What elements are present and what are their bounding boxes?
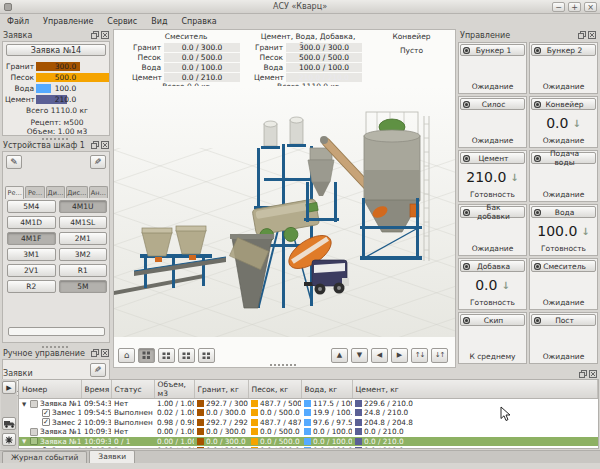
additive-tank-button[interactable]: Бак добавки	[460, 206, 525, 218]
tab-orders[interactable]: Заявки	[89, 450, 135, 463]
water-button[interactable]: Вода	[531, 206, 596, 218]
order-volume: Объем: 1.00 м3	[3, 127, 111, 136]
plant-3d-scene[interactable]	[114, 86, 455, 337]
tab-event-log[interactable]: Журнал событий	[2, 451, 87, 463]
orders-panel-title: Заявки	[3, 369, 33, 378]
order-header-button[interactable]: Заявка №14	[6, 44, 106, 56]
down-arrow-icon: ↓	[501, 280, 509, 291]
card-water-supply: Подача воды Ожидание	[529, 150, 598, 202]
bunker-2-button[interactable]: Бункер 2	[531, 44, 596, 56]
menu-service[interactable]: Сервис	[100, 15, 144, 29]
water-supply-button[interactable]: Подача воды	[531, 152, 596, 164]
home-view-button[interactable]: ⌂	[118, 348, 135, 363]
zoom-out-button[interactable]: ↓↑	[431, 348, 448, 363]
float-icon[interactable]	[579, 370, 587, 378]
device-button-3M1[interactable]: 3M1	[7, 248, 56, 261]
device-button-R2[interactable]: R2	[7, 280, 56, 293]
table-row-selected[interactable]: ▼Заявка №14 10:09:33 0 / 1 0.00 / 1.00 0…	[19, 437, 598, 447]
conveyor-button[interactable]: Конвейер	[531, 98, 596, 110]
card-conveyor: Конвейер 0.0↓ Ожидание	[529, 96, 598, 148]
layout-1-button[interactable]	[138, 348, 155, 363]
post-button[interactable]: Пост	[531, 314, 596, 326]
devices-tab-0[interactable]: Ре…	[5, 186, 24, 199]
table-row[interactable]: Заявка №13 10:09:33 Нет 0.00 / 1.00 0.0 …	[19, 427, 598, 437]
mixer-button[interactable]: Смеситель	[531, 260, 596, 272]
gear-icon	[534, 47, 541, 54]
camera-left-button[interactable]: ◀	[371, 348, 388, 363]
layout-4-button[interactable]	[198, 348, 215, 363]
edit-mode-button[interactable]: ✎	[6, 155, 22, 169]
menu-help[interactable]: Справка	[174, 15, 223, 29]
bunker-1-button[interactable]: Бункер 1	[460, 44, 525, 56]
table-row[interactable]: ↻Замес 1 10:13:33 Выполняется 0.00 / 1.0…	[19, 446, 598, 449]
col-volume[interactable]: Объем, м3	[154, 380, 194, 399]
cement-button[interactable]: Цемент	[460, 152, 525, 164]
sand-chip	[251, 419, 258, 426]
col-water[interactable]: Вода, кг	[301, 380, 352, 399]
menu-bar: Файл Управление Сервис Вид Справка	[0, 15, 600, 29]
card-additive-tank: Бак добавки Ожидание	[458, 204, 527, 256]
truck-button[interactable]	[2, 417, 16, 430]
device-button-R1[interactable]: R1	[59, 264, 108, 277]
col-number[interactable]: Номер	[19, 380, 81, 399]
status-label: Ожидание	[530, 352, 597, 361]
sand-chip	[251, 409, 258, 416]
device-button-4M1D[interactable]: 4M1D	[7, 216, 56, 229]
close-icon[interactable]	[101, 31, 109, 39]
devices-tab-3[interactable]: Дис…	[66, 186, 87, 198]
col-status[interactable]: Статус	[111, 380, 154, 399]
additive-button[interactable]: Добавка	[460, 260, 525, 272]
devices-tab-1[interactable]: Ре…	[25, 186, 44, 198]
col-sand[interactable]: Песок, кг	[248, 380, 301, 399]
skip-button[interactable]: Скип	[460, 314, 525, 326]
tool-mode-button[interactable]: ✎	[90, 155, 106, 169]
device-button-4M1F[interactable]: 4M1F	[7, 232, 56, 245]
close-icon[interactable]	[101, 349, 109, 357]
close-icon[interactable]	[588, 31, 596, 39]
gear-icon	[463, 155, 470, 162]
device-button-4M1U[interactable]: 4M1U	[59, 200, 108, 213]
device-button-2M1[interactable]: 2M1	[59, 232, 108, 245]
cancel-order-button[interactable]	[2, 433, 16, 446]
expand-arrow-icon[interactable]: ▼	[22, 438, 30, 444]
zoom-in-button[interactable]: ↑↓	[411, 348, 428, 363]
arrow-up-icon: ▲	[337, 351, 342, 359]
maximize-button[interactable]: +	[568, 2, 581, 12]
camera-up-button[interactable]: ▲	[331, 348, 348, 363]
device-button-5M4[interactable]: 5M4	[7, 200, 56, 213]
col-cement[interactable]: Цемент, кг	[352, 380, 598, 399]
device-button-5M[interactable]: 5M	[59, 280, 108, 293]
card-mixer: Смеситель Ожидание	[529, 258, 598, 310]
camera-right-button[interactable]: ▶	[391, 348, 408, 363]
close-icon[interactable]	[589, 370, 597, 378]
devices-tab-2[interactable]: Ди…	[46, 186, 65, 198]
water-chip	[304, 409, 311, 416]
layout-3-button[interactable]	[178, 348, 195, 363]
close-button[interactable]: ×	[584, 2, 597, 12]
device-button-4M1SL[interactable]: 4M1SL	[59, 216, 108, 229]
col-time[interactable]: Время	[81, 380, 111, 399]
device-button-2V1[interactable]: 2V1	[7, 264, 56, 277]
float-icon[interactable]	[91, 141, 99, 149]
float-icon[interactable]	[91, 31, 99, 39]
menu-view[interactable]: Вид	[144, 15, 174, 29]
col-granite[interactable]: Гранит, кг	[194, 380, 248, 399]
expand-arrow-icon[interactable]: ▼	[22, 401, 30, 407]
start-order-button[interactable]: ▶	[2, 381, 16, 394]
menu-control[interactable]: Управление	[36, 15, 100, 29]
minimize-button[interactable]: −	[552, 2, 565, 12]
float-icon[interactable]	[91, 349, 99, 357]
down-up-arrows-icon: ↓↑	[435, 351, 445, 359]
device-button-3M2[interactable]: 3M2	[59, 248, 108, 261]
menu-file[interactable]: Файл	[0, 15, 36, 29]
layout-2-button[interactable]	[158, 348, 175, 363]
camera-down-button[interactable]: ▼	[351, 348, 368, 363]
devices-tab-4[interactable]: Ан…	[89, 186, 108, 198]
status-bar	[0, 463, 600, 469]
close-icon[interactable]	[101, 141, 109, 149]
silo-button[interactable]: Силос	[460, 98, 525, 110]
title-bar[interactable]: АСУ «Кварц» − + ×	[0, 0, 600, 14]
splitter-handle[interactable]	[270, 364, 296, 366]
float-icon[interactable]	[578, 31, 586, 39]
card-water: Вода 100.0↓ Готовность	[529, 204, 598, 256]
